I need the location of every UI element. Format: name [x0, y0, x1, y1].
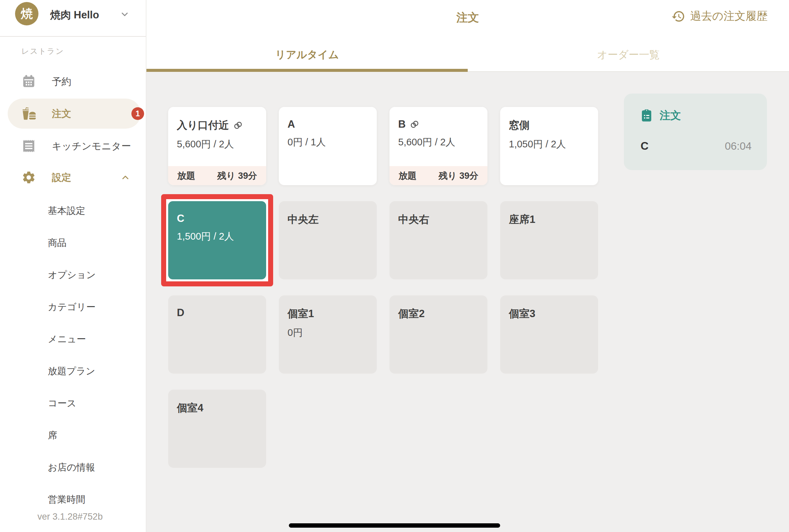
sidebar-item-label: 設定	[52, 171, 71, 185]
chevron-down-icon	[120, 10, 130, 19]
table-name: 個室4	[177, 401, 258, 415]
table-amount: 1,500円 / 2人	[177, 230, 258, 243]
tab-realtime[interactable]: リアルタイム	[147, 38, 468, 71]
plan-label: 放題	[398, 170, 417, 182]
table-amount: 5,600円 / 2人	[398, 136, 479, 149]
store-logo-char: 焼	[21, 6, 33, 22]
sidebar-item-orders[interactable]: 注文1	[0, 99, 147, 129]
table-card-b[interactable]: B5,600円 / 2人放題残り 39分	[390, 107, 487, 185]
chevron-up-icon	[120, 172, 130, 183]
sidebar-subitem-courses[interactable]: コース	[48, 397, 76, 410]
sidebar-section-label: レストラン	[21, 46, 64, 56]
store-name: 焼肉 Hello	[50, 8, 99, 22]
table-amount: 0円	[287, 326, 368, 340]
sidebar-subitem-basic-settings[interactable]: 基本設定	[48, 205, 85, 217]
table-card-a[interactable]: A0円 / 1人	[279, 107, 377, 185]
table-amount: 1,050円 / 2人	[509, 138, 589, 151]
sidebar-subitem-options[interactable]: オプション	[48, 269, 96, 281]
tab-order-list[interactable]: オーダー一覧	[468, 38, 789, 71]
table-card-window-side[interactable]: 窓側1,050円 / 2人	[500, 107, 598, 185]
selected-table-cell: C1,500円 / 2人	[168, 201, 266, 279]
home-indicator[interactable]	[289, 523, 500, 528]
table-name: 窓側	[509, 118, 589, 132]
table-name: 個室3	[509, 307, 589, 321]
order-notification-table: C	[641, 140, 649, 152]
sidebar-item-label: 予約	[52, 75, 71, 89]
table-card-private-3[interactable]: 個室3	[500, 296, 598, 374]
tables-grid: 入り口付近5,600円 / 2人放題残り 39分A0円 / 1人B5,600円 …	[168, 107, 598, 468]
sidebar-subitem-menu[interactable]: メニュー	[48, 333, 86, 345]
tab-realtime-label: リアルタイム	[275, 48, 339, 62]
store-logo: 焼	[15, 2, 38, 25]
tab-order-list-label: オーダー一覧	[597, 48, 660, 62]
table-name: 入り口付近	[177, 118, 258, 132]
table-name: 座席1	[509, 212, 589, 227]
table-card-center-right[interactable]: 中央右	[390, 201, 487, 279]
table-card-c[interactable]: C1,500円 / 2人	[168, 201, 266, 279]
history-icon	[671, 10, 685, 23]
order-notification-title: 注文	[660, 108, 681, 123]
table-card-private-4[interactable]: 個室4	[168, 390, 266, 468]
sidebar-subitem-seats[interactable]: 席	[48, 429, 57, 442]
table-card-private-2[interactable]: 個室2	[390, 296, 487, 374]
order-history-label: 過去の注文履歴	[690, 9, 768, 24]
table-name: 中央右	[398, 212, 479, 227]
table-name: 個室2	[398, 307, 479, 321]
plan-strip: 放題残り 39分	[390, 166, 487, 185]
sidebar-subitem-store-info[interactable]: お店の情報	[48, 461, 95, 474]
table-name: A	[287, 118, 368, 130]
table-card-d[interactable]: D	[168, 296, 266, 374]
app-version: ver 3.1.28#752b	[37, 512, 102, 522]
sidebar-item-kitchen-monitor[interactable]: キッチンモニター	[0, 131, 147, 161]
order-notification-header: 注文	[640, 108, 681, 123]
order-history-button[interactable]: 過去の注文履歴	[671, 9, 768, 24]
table-name: C	[177, 212, 258, 225]
sidebar-subitem-business-hours[interactable]: 営業時間	[48, 493, 85, 506]
sidebar-item-settings[interactable]: 設定	[0, 163, 147, 192]
notification-badge: 1	[131, 107, 144, 120]
plan-strip: 放題残り 39分	[168, 166, 266, 185]
sidebar-item-label: 注文	[52, 107, 71, 121]
table-name: 個室1	[287, 307, 368, 321]
table-card-seat-1[interactable]: 座席1	[500, 201, 598, 279]
sidebar-subitem-all-you-can-eat-plan[interactable]: 放題プラン	[48, 365, 95, 378]
table-name: B	[398, 118, 479, 130]
main-area: 注文 過去の注文履歴 リアルタイム オーダー一覧 入り口付近5,600円 / 2…	[147, 0, 789, 532]
table-amount: 0円 / 1人	[287, 136, 368, 149]
order-notification-row: C 06:04	[641, 140, 752, 152]
table-card-center-left[interactable]: 中央左	[279, 201, 377, 279]
fastfood-icon	[21, 106, 36, 121]
sidebar-subitem-categories[interactable]: カテゴリー	[48, 301, 96, 314]
sidebar-item-label: キッチンモニター	[52, 140, 131, 153]
table-card-private-1[interactable]: 個室10円	[279, 296, 377, 374]
table-amount: 5,600円 / 2人	[177, 138, 258, 151]
floor-map: 入り口付近5,600円 / 2人放題残り 39分A0円 / 1人B5,600円 …	[147, 72, 789, 532]
sidebar-subitem-products[interactable]: 商品	[48, 236, 67, 249]
clipboard-icon	[640, 109, 654, 122]
active-tab-underline	[147, 69, 468, 72]
tab-bar: リアルタイム オーダー一覧	[147, 38, 789, 72]
sidebar: 焼 焼肉 Hello レストラン 予約注文1キッチンモニター設定基本設定商品オプ…	[0, 0, 147, 532]
order-notification-time: 06:04	[725, 140, 752, 152]
app-root: 焼 焼肉 Hello レストラン 予約注文1キッチンモニター設定基本設定商品オプ…	[0, 0, 789, 532]
table-name: 中央左	[287, 212, 368, 227]
plan-remaining: 残り 39分	[439, 170, 478, 182]
gear-icon	[21, 170, 36, 185]
store-switcher[interactable]: 焼 焼肉 Hello	[0, 0, 146, 36]
sidebar-item-reservations[interactable]: 予約	[0, 66, 147, 97]
plan-remaining: 残り 39分	[217, 170, 257, 182]
table-name: D	[177, 307, 258, 319]
table-card-entrance[interactable]: 入り口付近5,600円 / 2人放題残り 39分	[168, 107, 266, 185]
calendar-icon	[21, 74, 36, 89]
receipt-icon	[21, 139, 36, 153]
main-header: 注文 過去の注文履歴	[147, 0, 789, 38]
sidebar-divider	[0, 36, 146, 37]
order-notification-card[interactable]: 注文 C 06:04	[624, 94, 767, 170]
plan-label: 放題	[177, 170, 195, 182]
